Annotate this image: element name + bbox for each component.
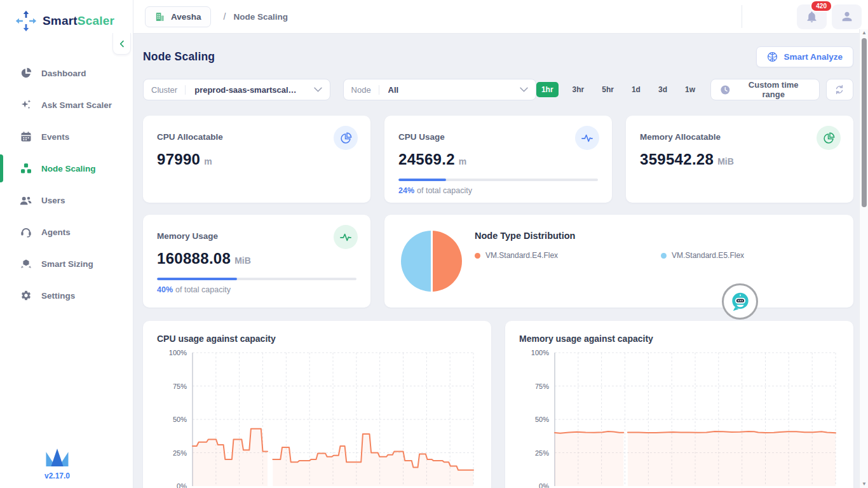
breadcrumb-org-label: Avesha [171, 12, 201, 22]
node-select[interactable]: Node All [343, 79, 536, 100]
stat-cards-row: CPU Allocatable 97990m CPU Usage 24569.2… [143, 116, 853, 203]
cpu-usage-card: CPU Usage 24569.2m 24%of total capacity [384, 116, 612, 203]
stat-caption-text: of total capacity [175, 285, 231, 294]
pie-chart-icon [817, 126, 841, 150]
brain-analyze-icon [767, 51, 778, 62]
chatbot-button[interactable] [722, 283, 758, 320]
cluster-select[interactable]: Cluster preprod-saas-smartscal… [143, 79, 330, 100]
vertical-scrollbar[interactable]: ▲ ▼ [859, 29, 868, 488]
app-root: SmartScaler Dashboard Ask Smart Scaler E… [0, 0, 868, 488]
stat-caption: 40%of total capacity [157, 285, 356, 294]
chart-title: CPU usage against capacity [157, 334, 477, 344]
brand-name: SmartScaler [43, 14, 114, 28]
sidebar-item-settings[interactable]: Settings [0, 280, 133, 311]
stat-unit: MiB [234, 255, 251, 266]
dashboard-pie-icon [20, 67, 32, 79]
time-range-1d[interactable]: 1d [628, 82, 644, 97]
distribution-legend: VM.Standard.E4.Flex VM.Standard.E5.Flex [475, 251, 837, 260]
gear-icon [20, 290, 32, 302]
time-range-5hr[interactable]: 5hr [598, 82, 618, 97]
memory-usage-chart: 0%25%50%75%100% [519, 348, 839, 488]
scrollbar-thumb[interactable] [862, 38, 867, 207]
cpu-usage-chart: 0%25%50%75%100% [157, 348, 477, 488]
stat-caption-text: of total capacity [417, 186, 472, 195]
stat-value: 97990m [157, 151, 356, 168]
svg-text:100%: 100% [169, 349, 187, 356]
brand-name-primary: Smart [43, 14, 78, 27]
sidebar-item-label: Node Scaling [41, 164, 96, 173]
sidebar-item-label: Users [41, 196, 65, 205]
svg-text:25%: 25% [173, 449, 187, 457]
stat-number: 97990 [157, 151, 200, 168]
sidebar-item-node-scaling[interactable]: Node Scaling [0, 152, 133, 184]
top-bar: Avesha / Node Scaling 420 [133, 0, 868, 34]
node-select-value: All [388, 85, 399, 95]
legend-item: VM.Standard.E5.Flex [661, 251, 837, 260]
time-range-1hr[interactable]: 1hr [536, 82, 559, 97]
sidebar-item-events[interactable]: Events [0, 121, 133, 152]
sidebar-item-label: Settings [41, 291, 75, 301]
chart-title: Memory usage against capacity [519, 334, 839, 344]
breadcrumb-separator: / [224, 11, 226, 22]
time-range-3d[interactable]: 3d [654, 82, 671, 97]
brand-logo[interactable]: SmartScaler [0, 0, 133, 33]
chevron-left-icon [118, 39, 126, 48]
time-range-group: 1hr 3hr 5hr 1d 3d 1w [536, 82, 699, 97]
stat-unit: m [204, 156, 212, 166]
pie-chart-icon [334, 126, 358, 150]
svg-text:0%: 0% [539, 482, 549, 488]
header-divider [742, 5, 742, 28]
sidebar-item-smart-sizing[interactable]: Smart Sizing [0, 248, 133, 280]
node-type-distribution-card: Node Type Distribution VM.Standard.E4.Fl… [384, 215, 853, 308]
stat-value: 24569.2m [398, 151, 598, 168]
stat-title: Memory Usage [157, 231, 356, 241]
cluster-select-value: preprod-saas-smartscal… [194, 85, 296, 95]
stat-number: 359542.28 [640, 151, 714, 168]
charts-row: CPU usage against capacity 0%25%50%75%10… [143, 321, 853, 488]
sidebar-collapse-button[interactable] [112, 33, 131, 55]
custom-time-range-button[interactable]: Custom time range [710, 79, 820, 100]
usage-progress-bar [398, 179, 598, 181]
chevron-down-icon [314, 87, 322, 92]
scrollbar-up-arrow[interactable]: ▲ [860, 29, 868, 37]
stat-percent: 24% [398, 186, 414, 195]
building-icon [154, 11, 165, 22]
breadcrumb-org-chip[interactable]: Avesha [145, 6, 211, 27]
legend-label: VM.Standard.E5.Flex [672, 251, 744, 260]
svg-text:0%: 0% [177, 482, 187, 488]
app-version: v2.17.0 [0, 471, 114, 480]
scrollbar-down-arrow[interactable]: ▼ [860, 480, 868, 488]
refresh-button[interactable] [826, 79, 853, 100]
stat-unit: MiB [717, 156, 734, 166]
profile-button[interactable] [832, 4, 862, 29]
sidebar-item-dashboard[interactable]: Dashboard [0, 57, 133, 89]
distribution-title: Node Type Distribution [475, 231, 837, 241]
sidebar-item-users[interactable]: Users [0, 184, 133, 216]
notifications-button[interactable]: 420 [797, 4, 827, 29]
sidebar-item-label: Agents [41, 227, 71, 237]
user-icon [840, 10, 854, 24]
sidebar-menu: Dashboard Ask Smart Scaler Events Node S… [0, 57, 133, 311]
smart-analyze-button[interactable]: Smart Analyze [756, 46, 853, 67]
top-actions: 420 [742, 4, 862, 29]
time-range-3hr[interactable]: 3hr [569, 82, 588, 97]
robot-chat-icon [728, 290, 752, 314]
time-range-1w[interactable]: 1w [681, 82, 699, 97]
main-content: Node Scaling Smart Analyze Cluster prepr… [133, 34, 859, 488]
activity-icon [575, 126, 599, 150]
svg-text:50%: 50% [535, 416, 549, 423]
sidebar-item-agents[interactable]: Agents [0, 216, 133, 248]
page-header: Node Scaling Smart Analyze [143, 46, 853, 67]
usage-progress-bar [157, 278, 356, 280]
legend-dot [475, 253, 480, 259]
filter-bar: Cluster preprod-saas-smartscal… Node All… [143, 79, 853, 100]
node-select-label: Node [351, 85, 379, 95]
sparkles-icon [20, 99, 32, 111]
stat-unit: m [459, 156, 466, 166]
memory-usage-card: Memory Usage 160888.08MiB 40%of total ca… [143, 215, 370, 308]
custom-time-range-label: Custom time range [737, 80, 810, 99]
stat-number: 160888.08 [157, 250, 231, 267]
stat-number: 24569.2 [398, 151, 455, 168]
headset-icon [20, 226, 32, 238]
sidebar-item-ask-smart-scaler[interactable]: Ask Smart Scaler [0, 89, 133, 121]
